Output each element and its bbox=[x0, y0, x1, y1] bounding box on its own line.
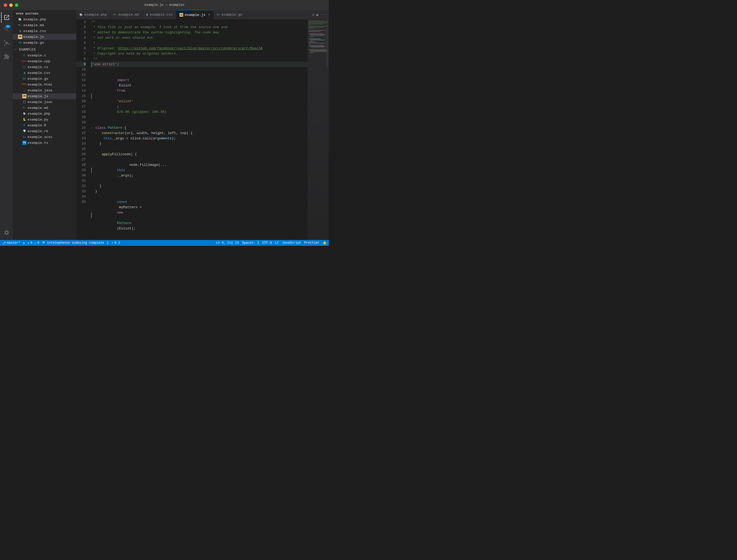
more-actions-icon[interactable]: ··· bbox=[321, 13, 327, 17]
js2-icon: JS bbox=[22, 94, 26, 98]
css2-icon: ⋕ bbox=[22, 71, 26, 75]
open-editor-js-label: example.js bbox=[23, 35, 44, 39]
split-editor-icon[interactable]: ⊡ bbox=[312, 13, 314, 17]
error-count[interactable]: ✕ 0 ⚠ 0 bbox=[28, 241, 39, 245]
file-r[interactable]: R example.R bbox=[13, 122, 76, 128]
indexing-status: 🔍 intelephense indexing complete bbox=[42, 241, 104, 245]
tabs-bar: 🐘 example.php M↓ example.md ⋕ example.cs… bbox=[76, 10, 329, 19]
file-scss[interactable]: Sc example.scss bbox=[13, 134, 76, 140]
editor-container: 🐘 example.php M↓ example.md ⋕ example.cs… bbox=[76, 10, 329, 240]
code-line-12 bbox=[91, 120, 308, 125]
minimize-button[interactable] bbox=[9, 3, 13, 7]
svg-rect-14 bbox=[309, 39, 321, 39]
window-title: example.js — examples bbox=[144, 3, 184, 7]
file-php[interactable]: 🐘 example.php bbox=[13, 111, 76, 117]
git-branch[interactable]: ⎇ master* bbox=[2, 241, 20, 245]
code-line-20: } bbox=[91, 184, 308, 189]
file-json[interactable]: {} example.json bbox=[13, 99, 76, 105]
file-cpp[interactable]: C++ example.cpp bbox=[13, 58, 76, 64]
toggle-sidebar-icon[interactable]: ▣ bbox=[316, 13, 319, 17]
code-line-11: import Eslint from 'eslint' ; 678.9K (gz… bbox=[91, 72, 308, 120]
tab-go-icon: Go bbox=[217, 13, 220, 16]
activity-extensions[interactable] bbox=[1, 51, 12, 62]
tab-js-close[interactable]: × bbox=[208, 13, 210, 17]
eol-label[interactable]: LF bbox=[275, 241, 279, 245]
svg-rect-20 bbox=[310, 46, 326, 47]
activity-explorer[interactable] bbox=[1, 12, 12, 23]
file-go[interactable]: Go example.go bbox=[13, 76, 76, 82]
tab-go-label: example.go bbox=[222, 13, 242, 17]
activity-bar: 12 bbox=[0, 10, 13, 240]
status-bar-right: Ln 9, Col 14 Spaces: 2 UTF-8 LF JavaScri… bbox=[216, 241, 327, 245]
open-editor-php[interactable]: 🐘 example.php bbox=[13, 16, 76, 22]
code-editor[interactable]: /* * This file is just an example. I too… bbox=[89, 19, 308, 240]
svg-rect-19 bbox=[309, 45, 323, 46]
svg-rect-7 bbox=[309, 28, 314, 29]
tab-php-icon: 🐘 bbox=[79, 13, 83, 16]
activity-settings[interactable] bbox=[1, 227, 12, 238]
maximize-button[interactable] bbox=[15, 3, 18, 7]
cursor-position[interactable]: Ln 9, Col 14 bbox=[216, 241, 239, 245]
tab-md[interactable]: M↓ example.md bbox=[110, 10, 142, 19]
svg-rect-26 bbox=[326, 19, 328, 67]
code-line-16: } bbox=[91, 141, 308, 146]
open-editor-css[interactable]: ⋕ example.css bbox=[13, 28, 76, 34]
code-line-9: 'use strict'; bbox=[91, 62, 308, 67]
info-icon: ⚡ bbox=[112, 241, 113, 245]
language-mode[interactable]: JavaScript bbox=[282, 241, 301, 245]
svg-rect-0 bbox=[309, 21, 325, 21]
svg-rect-5 bbox=[309, 26, 328, 26]
notification-badge: 1 bbox=[107, 241, 109, 245]
activity-search[interactable]: 12 bbox=[1, 24, 12, 34]
warning-number: 0 bbox=[37, 241, 39, 245]
line-numbers: 1 2 3 4 5 6 7 8 9 10 11 12 13 14 15 16 1… bbox=[76, 19, 89, 240]
file-cs[interactable]: C# example.cs bbox=[13, 64, 76, 70]
notification-bell[interactable]: 🔔 bbox=[323, 241, 327, 245]
tab-css[interactable]: ⋕ example.css bbox=[142, 10, 176, 19]
file-py[interactable]: 🐍 example.py bbox=[13, 117, 76, 122]
file-html[interactable]: HTML example.html bbox=[13, 82, 76, 87]
sync-status[interactable]: ↻ bbox=[23, 241, 25, 245]
file-java[interactable]: ☕ example.java bbox=[13, 87, 76, 93]
svg-rect-11 bbox=[310, 34, 326, 35]
activity-source-control[interactable] bbox=[1, 38, 12, 48]
svg-rect-12 bbox=[311, 35, 324, 36]
branch-name: master* bbox=[7, 241, 20, 245]
svg-rect-4 bbox=[309, 25, 311, 25]
titlebar: example.js — examples bbox=[0, 0, 329, 10]
code-line-21: } bbox=[91, 189, 308, 194]
error-icon: ✕ bbox=[28, 241, 29, 245]
file-ts[interactable]: TS example.ts bbox=[13, 140, 76, 146]
file-c[interactable]: C example.c bbox=[13, 52, 76, 58]
info-count[interactable]: ⚡ 0.1 bbox=[112, 241, 120, 245]
open-editor-css-label: example.css bbox=[23, 29, 46, 33]
file-rb[interactable]: 💎 example.rb bbox=[13, 128, 76, 134]
svg-rect-25 bbox=[310, 52, 314, 53]
tab-go[interactable]: Go example.go bbox=[214, 10, 246, 19]
svg-rect-3 bbox=[309, 24, 323, 24]
tab-php[interactable]: 🐘 example.php bbox=[76, 10, 110, 19]
svg-rect-9 bbox=[309, 31, 321, 32]
language-text: JavaScript bbox=[282, 241, 301, 245]
indexing-text: intelephense indexing complete bbox=[47, 241, 104, 245]
open-editor-go[interactable]: Go example.go bbox=[13, 40, 76, 46]
close-button[interactable] bbox=[4, 3, 7, 7]
formatter-label[interactable]: Prettier bbox=[304, 241, 320, 245]
open-editor-js[interactable]: JS example.js bbox=[13, 34, 76, 40]
file-md[interactable]: M↓ example.md bbox=[13, 105, 76, 111]
tab-js[interactable]: JS example.js × bbox=[176, 10, 214, 19]
md-file-icon: M↓ bbox=[18, 23, 22, 27]
indentation[interactable]: Spaces: 2 bbox=[242, 241, 259, 245]
open-editor-md[interactable]: M↓ example.md bbox=[13, 22, 76, 28]
encoding-label[interactable]: UTF-8 bbox=[262, 241, 272, 245]
svg-rect-15 bbox=[311, 40, 325, 40]
editor-content: 1 2 3 4 5 6 7 8 9 10 11 12 13 14 15 16 1… bbox=[76, 19, 329, 240]
scss-icon: Sc bbox=[22, 135, 26, 139]
notification-count[interactable]: 1 bbox=[107, 241, 109, 245]
svg-rect-1 bbox=[309, 22, 328, 22]
file-css[interactable]: ⋕ example.css bbox=[13, 70, 76, 76]
examples-folder[interactable]: ▾ EXAMPLES bbox=[13, 47, 76, 52]
svg-rect-10 bbox=[309, 33, 323, 34]
file-js[interactable]: JS example.js bbox=[13, 93, 76, 99]
html-icon: HTML bbox=[22, 82, 26, 87]
